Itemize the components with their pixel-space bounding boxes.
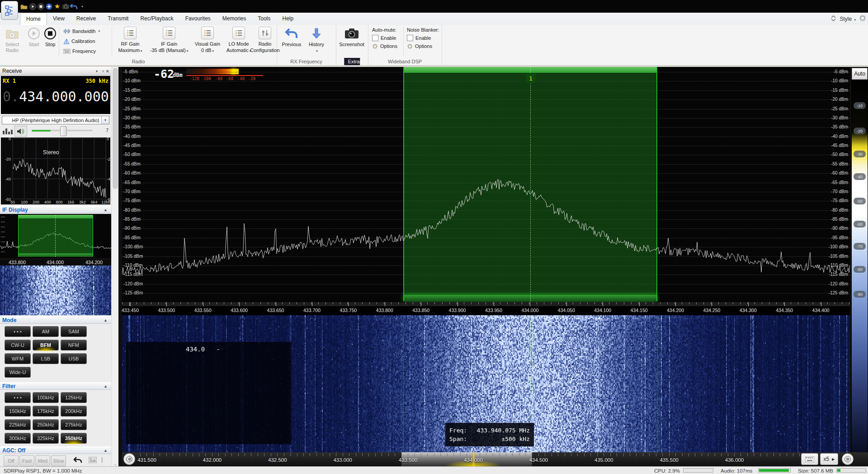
nav-right-button[interactable]: [842, 453, 854, 465]
favourite-icon[interactable]: ★: [53, 2, 61, 10]
agc-button-med[interactable]: Med: [35, 455, 50, 466]
mode-button-usb[interactable]: USB: [61, 353, 87, 364]
noise-blanker-options-button[interactable]: Options: [407, 42, 439, 50]
mode-button-dots[interactable]: • • •: [5, 326, 31, 337]
filter-button-250khz[interactable]: 250kHz: [33, 419, 59, 430]
volume-handle[interactable]: [60, 126, 67, 136]
visual-gain-button[interactable]: Visual Gain 0 dB▾: [192, 27, 223, 54]
rx-marker[interactable]: 1: [525, 73, 536, 83]
waterfall-color-scale[interactable]: -10-20-30-40-50-60-70-80-90: [852, 81, 868, 452]
add-icon[interactable]: [45, 2, 52, 10]
panel-close-icon[interactable]: ✕: [106, 67, 109, 76]
bandwidth-button[interactable]: Bandwidth▾: [63, 27, 100, 35]
if-waterfall[interactable]: [0, 265, 111, 315]
chevron-down-icon[interactable]: ▼: [101, 116, 109, 124]
filter-button-100khz[interactable]: 100kHz: [33, 392, 59, 403]
filter-button-350khz[interactable]: 350kHz: [61, 433, 87, 444]
scrollbar-thumb[interactable]: [113, 68, 118, 189]
mode-button-lsb[interactable]: LSB: [33, 353, 59, 364]
image-icon[interactable]: [89, 457, 97, 464]
scroll-down-icon[interactable]: ⌄: [112, 462, 118, 466]
band-navigation-bar[interactable]: 431.500432.000432.500433.000433.500434.0…: [122, 452, 868, 466]
mode-button-am[interactable]: AM: [33, 326, 59, 337]
auto-mute-enable-checkbox[interactable]: Enable: [372, 34, 397, 42]
waterfall-display[interactable]: 434.0 - Freq:433.940.075 MHz Span:±500 k…: [122, 315, 850, 452]
history-button[interactable]: History▾: [305, 26, 328, 56]
tab-transmit[interactable]: Transmit: [102, 13, 134, 24]
open-icon[interactable]: [20, 2, 28, 10]
filter-button-300khz[interactable]: 300kHz: [5, 433, 31, 444]
agc-button-off[interactable]: Off: [4, 455, 19, 466]
camera-icon[interactable]: [62, 2, 69, 10]
zoom-factor-button[interactable]: x5▶: [820, 453, 838, 465]
panel-scrollbar[interactable]: ⌄: [111, 67, 118, 467]
panel-menu-icon[interactable]: ▾: [96, 67, 98, 76]
audio-device-select[interactable]: HP (Périphérique High Definition Audio)▼: [2, 116, 109, 124]
frequency-display[interactable]: RX 1 350 kHz 0.434.000.000: [1, 76, 110, 114]
panel-pin-icon[interactable]: ▿: [102, 67, 104, 76]
auto-mute-title: Auto-mute:: [372, 26, 397, 34]
filter-button-275khz[interactable]: 275kHz: [61, 419, 87, 430]
undo-arrow-icon[interactable]: [73, 456, 82, 465]
frequency-axis[interactable]: 433.450433.500433.550433.600433.650433.7…: [122, 302, 850, 315]
mode-button-wfm[interactable]: WFM: [5, 353, 31, 364]
mode-button-nfm[interactable]: NFM: [61, 340, 87, 351]
tab-memories[interactable]: Memories: [217, 13, 252, 24]
select-radio-button[interactable]: Select Radio: [2, 26, 23, 56]
mode-button-cw-u[interactable]: CW-U: [5, 340, 31, 351]
filter-header[interactable]: Filter▲: [0, 382, 111, 390]
stop-button[interactable]: Stop: [40, 26, 61, 56]
radio-configuration-button[interactable]: Radio Configuration: [254, 27, 276, 53]
more-commands-icon[interactable]: ▾: [80, 2, 85, 10]
nav-left-button[interactable]: [123, 453, 135, 465]
style-menu[interactable]: Style ▾: [840, 16, 856, 22]
equalizer-icon[interactable]: [3, 127, 13, 135]
tab-favourites[interactable]: Favourites: [179, 13, 217, 24]
if-channel-region[interactable]: [18, 215, 93, 257]
tab-home[interactable]: Home: [20, 13, 47, 25]
agc-button-slow[interactable]: Slow: [51, 455, 66, 466]
history-down-icon: [311, 26, 321, 41]
filter-button-325khz[interactable]: 325kHz: [33, 433, 59, 444]
mode-header[interactable]: Mode▲: [0, 316, 111, 324]
noise-blanker-enable-checkbox[interactable]: Enable: [407, 34, 439, 42]
filter-button-200khz[interactable]: 200kHz: [61, 406, 87, 417]
app-menu-button[interactable]: [1, 1, 18, 20]
screenshot-button[interactable]: Screenshot: [337, 26, 366, 56]
mute-speaker-button[interactable]: [14, 126, 27, 137]
if-gain-button[interactable]: IF Gain -35 dB (Manual)▾: [147, 27, 191, 54]
settings-gear-icon[interactable]: [859, 14, 866, 23]
tab-receive[interactable]: Receive: [71, 13, 102, 24]
mode-button-wide-u[interactable]: Wide-U: [5, 367, 31, 378]
filter-button-225khz[interactable]: 225kHz: [5, 419, 31, 430]
frequency-digits[interactable]: 0.434.000.000: [3, 89, 109, 104]
auto-mute-options-button[interactable]: Options: [372, 42, 397, 50]
auto-scale-button[interactable]: Auto: [852, 68, 868, 80]
keyboard-entry-button[interactable]: [801, 453, 818, 465]
frequency-button[interactable]: Frequency: [63, 47, 96, 55]
agc-header[interactable]: AGC: Off▲: [0, 446, 111, 454]
tab-help[interactable]: Help: [277, 13, 300, 24]
if-display-spectrum[interactable]: [0, 214, 111, 259]
tab-view[interactable]: View: [47, 13, 71, 24]
filter-button-175khz[interactable]: 175kHz: [33, 406, 59, 417]
stop-icon[interactable]: [37, 2, 44, 10]
calibration-button[interactable]: Calibration: [63, 37, 95, 45]
agc-button-fast[interactable]: Fast: [19, 455, 34, 466]
previous-button[interactable]: Previous: [280, 26, 303, 56]
rf-gain-button[interactable]: RF Gain Maximum▾: [114, 27, 146, 54]
mode-button-sam[interactable]: SAM: [61, 326, 87, 337]
tab-rec-playback[interactable]: Rec/Playback: [134, 13, 179, 24]
filter-button-dots[interactable]: • • •: [5, 392, 31, 403]
mode-button-bfm[interactable]: BFM: [33, 340, 59, 351]
filter-button-150khz[interactable]: 150kHz: [5, 406, 31, 417]
filter-button-125khz[interactable]: 125kHz: [61, 392, 87, 403]
spectrum-display[interactable]: -62 dBm -120-100-80-60-40-20 -5 dBm-5 dB…: [122, 67, 850, 302]
lo-mode-button[interactable]: LO Mode Automatic▾: [224, 27, 253, 54]
if-display-header[interactable]: IF Display▲: [0, 206, 111, 213]
cpu-status: CPU: 2.9%: [654, 468, 680, 474]
collapse-ribbon-icon[interactable]: [830, 15, 836, 23]
tab-tools[interactable]: Tools: [252, 13, 277, 24]
play-icon[interactable]: [29, 2, 36, 10]
undo-icon[interactable]: [70, 2, 78, 10]
